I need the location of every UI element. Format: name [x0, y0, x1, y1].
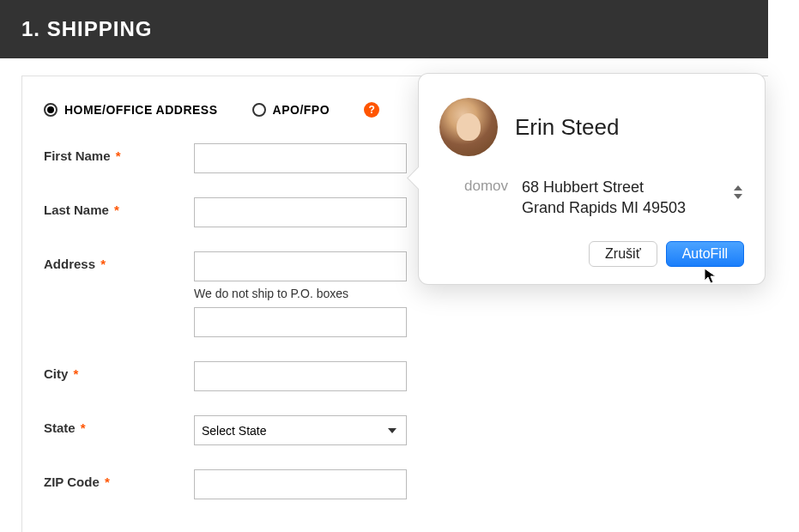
autofill-popover: Erin Steed domov 68 Hubbert Street Grand…: [418, 73, 766, 285]
last-name-input[interactable]: [194, 197, 407, 227]
address-helper-text: We do not ship to P.O. boxes: [194, 287, 407, 300]
cancel-button[interactable]: Zrušiť: [589, 241, 657, 267]
address-line1-input[interactable]: [194, 251, 407, 281]
contact-name: Erin Steed: [515, 114, 619, 141]
popover-buttons: Zrušiť AutoFill: [439, 241, 744, 267]
row-city: City *: [44, 361, 747, 391]
radio-home-office[interactable]: HOME/OFFICE ADDRESS: [44, 103, 218, 117]
contact-header: Erin Steed: [439, 98, 744, 156]
zip-input[interactable]: [194, 469, 407, 499]
page-title: 1. Shipping: [21, 17, 747, 41]
help-icon[interactable]: ?: [364, 102, 379, 118]
chevron-updown-icon[interactable]: [734, 185, 744, 199]
radio-icon: [252, 103, 266, 117]
label-first-name: First Name *: [44, 143, 194, 163]
autofill-address-row[interactable]: domov 68 Hubbert Street Grand Rapids MI …: [439, 177, 744, 219]
avatar: [439, 98, 498, 156]
state-select-wrap: Select State: [194, 415, 407, 445]
state-select[interactable]: Select State: [194, 415, 407, 445]
address-type-label: domov: [448, 177, 508, 195]
label-address: Address *: [44, 251, 194, 271]
label-zip: ZIP Code *: [44, 469, 194, 489]
address-fields: We do not ship to P.O. boxes: [194, 251, 407, 337]
row-state: State * Select State: [44, 415, 747, 445]
address-line2-input[interactable]: [194, 307, 407, 337]
label-state: State *: [44, 415, 194, 435]
radio-icon: [44, 103, 58, 117]
checkout-step-header: 1. Shipping: [0, 0, 768, 58]
radio-label: HOME/OFFICE ADDRESS: [64, 103, 218, 117]
autofill-address-text: 68 Hubbert Street Grand Rapids MI 49503: [522, 177, 717, 219]
city-input[interactable]: [194, 361, 407, 391]
row-zip: ZIP Code *: [44, 469, 747, 499]
first-name-input[interactable]: [194, 143, 407, 173]
label-last-name: Last Name *: [44, 197, 194, 217]
label-city: City *: [44, 361, 194, 381]
radio-apo-fpo[interactable]: APO/FPO: [252, 103, 330, 117]
radio-label: APO/FPO: [273, 103, 330, 117]
autofill-button[interactable]: AutoFill: [666, 241, 744, 267]
